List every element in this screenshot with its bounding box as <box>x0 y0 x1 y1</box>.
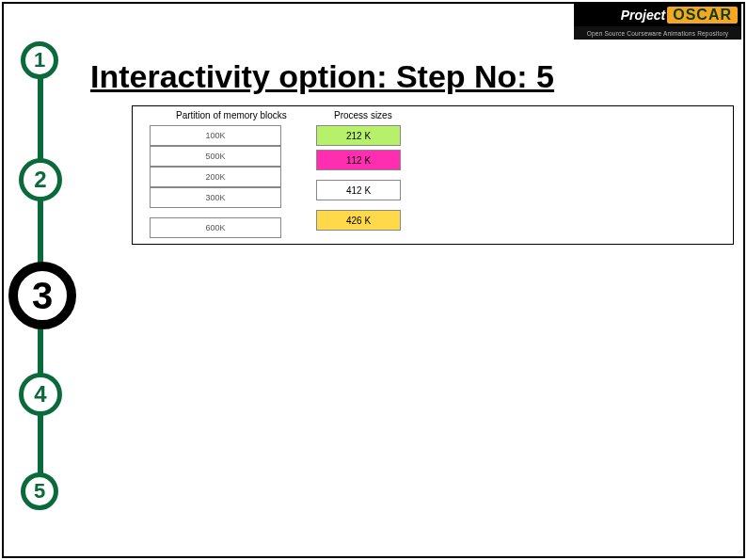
logo-brand-left: Project <box>621 8 665 23</box>
step-4: 4 <box>19 373 62 416</box>
process-row: 112 K <box>316 150 401 170</box>
process-label: 112 K <box>346 155 371 166</box>
process-column-header: Process sizes <box>332 110 394 120</box>
step-1-label: 1 <box>34 48 45 72</box>
process-row: 212 K <box>316 125 401 146</box>
partition-label: 100K <box>205 131 225 140</box>
logo-brand-right: OSCAR <box>667 7 738 24</box>
partition-row: 500K <box>150 146 281 167</box>
process-label: 426 K <box>346 216 371 226</box>
page-title: Interactivity option: Step No: 5 <box>90 58 554 95</box>
step-1: 1 <box>21 41 58 79</box>
partition-row: 200K <box>150 167 281 187</box>
project-oscar-logo: Project OSCAR Open Source Courseware Ani… <box>574 4 741 40</box>
process-label: 212 K <box>346 131 371 141</box>
process-row: 426 K <box>316 210 401 231</box>
partition-row: 600K <box>150 217 281 238</box>
partition-label: 500K <box>205 152 225 161</box>
memory-diagram: Partition of memory blocks Process sizes… <box>132 105 734 245</box>
partition-row: 100K <box>150 125 281 146</box>
step-2: 2 <box>19 158 62 201</box>
partition-label: 600K <box>205 223 225 232</box>
process-row: 412 K <box>316 180 401 200</box>
partition-column-header: Partition of memory blocks <box>174 110 289 120</box>
logo-tagline: Open Source Courseware Animations Reposi… <box>574 26 741 40</box>
step-3-label: 3 <box>32 275 53 317</box>
step-3-current: 3 <box>8 262 76 329</box>
process-label: 412 K <box>346 185 371 196</box>
partition-row: 300K <box>150 187 281 208</box>
step-5: 5 <box>21 472 58 510</box>
partition-label: 300K <box>205 193 225 202</box>
partition-label: 200K <box>205 172 225 182</box>
step-4-label: 4 <box>34 381 46 408</box>
step-2-label: 2 <box>34 167 46 193</box>
step-5-label: 5 <box>34 479 45 504</box>
